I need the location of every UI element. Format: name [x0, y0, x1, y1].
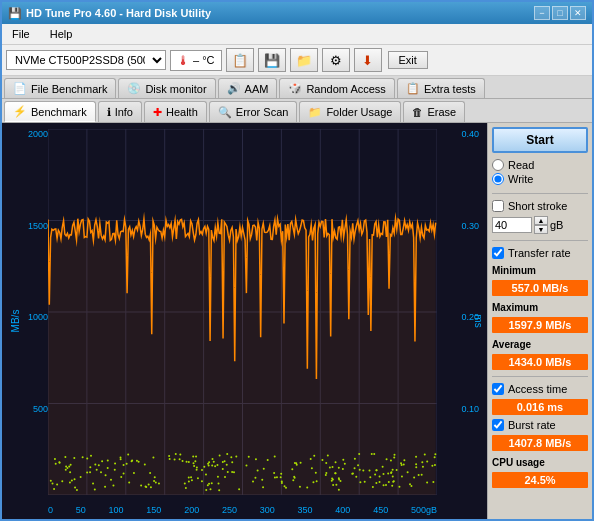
write-radio[interactable]	[492, 173, 504, 185]
menu-bar: File Help	[2, 24, 592, 45]
tab-extra-tests-label: Extra tests	[424, 83, 476, 95]
burst-rate-value: 1407.8 MB/s	[492, 435, 588, 451]
read-write-group: Read Write	[492, 157, 588, 187]
start-button[interactable]: Start	[492, 127, 588, 153]
x-ticks: 0 50 100 150 200 250 300 350 400 450 500…	[48, 505, 437, 515]
cpu-value: 24.5%	[492, 472, 588, 488]
content-area: 📄 File Benchmark 💿 Disk monitor 🔊 AAM 🎲 …	[2, 76, 592, 519]
thermometer-icon: 🌡	[177, 53, 190, 68]
spinbox-unit: gB	[550, 219, 563, 231]
tab-health-label: Health	[166, 106, 198, 118]
menu-file[interactable]: File	[6, 26, 36, 42]
burst-rate-checkbox[interactable]	[492, 419, 504, 431]
main-content: MB/s ms 2000 1500 1000 500 0.40 0.30 0.2…	[2, 123, 592, 519]
maximum-label: Maximum	[492, 302, 588, 313]
tab-error-scan[interactable]: 🔍 Error Scan	[209, 101, 298, 122]
average-label: Average	[492, 339, 588, 350]
title-bar-controls: − □ ✕	[534, 6, 586, 20]
short-stroke-label: Short stroke	[508, 200, 567, 212]
extra-tests-icon: 📋	[406, 82, 420, 95]
access-time-label: Access time	[508, 383, 567, 395]
spinbox-buttons: ▲ ▼	[534, 216, 548, 234]
main-window: 💾 HD Tune Pro 4.60 - Hard Disk Utility −…	[0, 0, 594, 521]
maximize-button[interactable]: □	[552, 6, 568, 20]
random-access-icon: 🎲	[288, 82, 302, 95]
short-stroke-checkbox[interactable]	[492, 200, 504, 212]
divider-2	[492, 240, 588, 241]
tab-erase[interactable]: 🗑 Erase	[403, 101, 465, 122]
spinbox-up[interactable]: ▲	[534, 216, 548, 225]
tab-disk-monitor-label: Disk monitor	[145, 83, 206, 95]
short-stroke-row: Short stroke	[492, 200, 588, 212]
tab-aam-label: AAM	[245, 83, 269, 95]
error-scan-icon: 🔍	[218, 106, 232, 119]
app-icon: 💾	[8, 7, 22, 20]
temp-value: – °C	[193, 54, 215, 66]
transfer-rate-label: Transfer rate	[508, 247, 571, 259]
access-time-checkbox[interactable]	[492, 383, 504, 395]
minimize-button[interactable]: −	[534, 6, 550, 20]
info-icon: ℹ	[107, 106, 111, 119]
exit-button[interactable]: Exit	[388, 51, 428, 69]
tab-aam[interactable]: 🔊 AAM	[218, 78, 278, 98]
toolbar: NVMe CT500P2SSD8 (500 gB) 🌡 – °C 📋 💾 📁 ⚙…	[2, 45, 592, 76]
divider-3	[492, 376, 588, 377]
disk-monitor-icon: 💿	[127, 82, 141, 95]
title-bar: 💾 HD Tune Pro 4.60 - Hard Disk Utility −…	[2, 2, 592, 24]
tab-error-scan-label: Error Scan	[236, 106, 289, 118]
file-benchmark-icon: 📄	[13, 82, 27, 95]
cpu-label: CPU usage	[492, 457, 588, 468]
tab-info[interactable]: ℹ Info	[98, 101, 142, 122]
write-label: Write	[508, 173, 533, 185]
burst-rate-row: Burst rate	[492, 419, 588, 431]
benchmark-chart	[48, 129, 437, 495]
temp-display: 🌡 – °C	[170, 50, 222, 71]
title-bar-left: 💾 HD Tune Pro 4.60 - Hard Disk Utility	[8, 7, 211, 20]
tab-extra-tests[interactable]: 📋 Extra tests	[397, 78, 485, 98]
tabs-row1: 📄 File Benchmark 💿 Disk monitor 🔊 AAM 🎲 …	[2, 76, 592, 99]
transfer-rate-row: Transfer rate	[492, 247, 588, 259]
y-ticks-left: 2000 1500 1000 500	[12, 129, 48, 495]
chart-area: MB/s ms 2000 1500 1000 500 0.40 0.30 0.2…	[2, 123, 487, 519]
download-icon-btn[interactable]: ⬇	[354, 48, 382, 72]
folder-usage-icon: 📁	[308, 106, 322, 119]
minimum-value: 557.0 MB/s	[492, 280, 588, 296]
divider-1	[492, 193, 588, 194]
spinbox-down[interactable]: ▼	[534, 225, 548, 234]
tab-disk-monitor[interactable]: 💿 Disk monitor	[118, 78, 215, 98]
short-stroke-spinbox-row: ▲ ▼ gB	[492, 216, 588, 234]
folder-icon-btn[interactable]: 📁	[290, 48, 318, 72]
tab-folder-usage[interactable]: 📁 Folder Usage	[299, 101, 401, 122]
drive-select[interactable]: NVMe CT500P2SSD8 (500 gB)	[6, 50, 166, 70]
tab-benchmark-label: Benchmark	[31, 106, 87, 118]
average-value: 1434.0 MB/s	[492, 354, 588, 370]
write-radio-row: Write	[492, 173, 588, 185]
short-stroke-input[interactable]	[492, 217, 532, 233]
tab-file-benchmark-label: File Benchmark	[31, 83, 107, 95]
tab-benchmark[interactable]: ⚡ Benchmark	[4, 101, 96, 122]
read-label: Read	[508, 159, 534, 171]
access-time-row: Access time	[492, 383, 588, 395]
burst-rate-label: Burst rate	[508, 419, 556, 431]
tab-health[interactable]: ✚ Health	[144, 101, 207, 122]
tab-random-access-label: Random Access	[306, 83, 385, 95]
copy-icon-btn[interactable]: 📋	[226, 48, 254, 72]
transfer-rate-checkbox[interactable]	[492, 247, 504, 259]
maximum-value: 1597.9 MB/s	[492, 317, 588, 333]
close-button[interactable]: ✕	[570, 6, 586, 20]
save-icon-btn[interactable]: 💾	[258, 48, 286, 72]
settings-icon-btn[interactable]: ⚙	[322, 48, 350, 72]
window-title: HD Tune Pro 4.60 - Hard Disk Utility	[26, 7, 211, 19]
erase-icon: 🗑	[412, 106, 423, 118]
right-panel: Start Read Write Short stroke	[487, 123, 592, 519]
tab-random-access[interactable]: 🎲 Random Access	[279, 78, 394, 98]
tab-erase-label: Erase	[427, 106, 456, 118]
health-icon: ✚	[153, 106, 162, 119]
tab-file-benchmark[interactable]: 📄 File Benchmark	[4, 78, 116, 98]
read-radio[interactable]	[492, 159, 504, 171]
tabs-row2: ⚡ Benchmark ℹ Info ✚ Health 🔍 Error Scan…	[2, 99, 592, 123]
menu-help[interactable]: Help	[44, 26, 79, 42]
y-ticks-right: 0.40 0.30 0.20 0.10	[461, 129, 479, 495]
read-radio-row: Read	[492, 159, 588, 171]
aam-icon: 🔊	[227, 82, 241, 95]
